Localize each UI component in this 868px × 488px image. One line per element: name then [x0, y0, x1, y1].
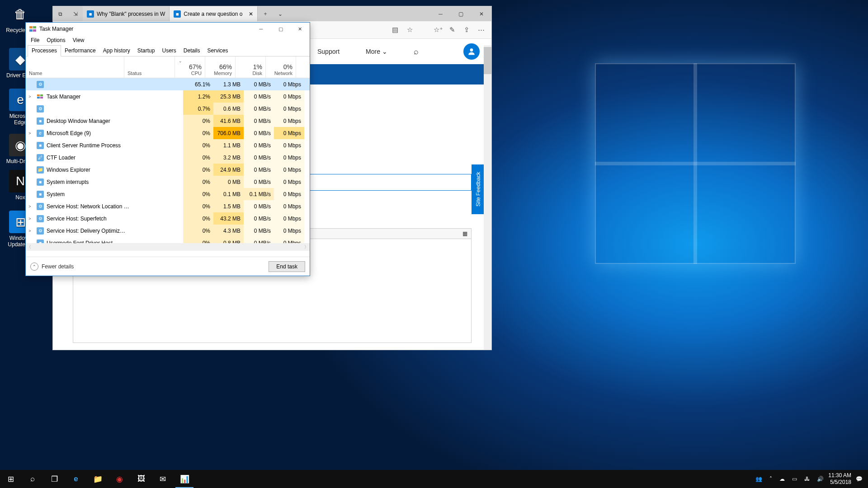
process-list[interactable]: ⚙65.1%1.3 MB0 MB/s0 Mbps>Task Manager1.2…: [26, 78, 310, 243]
notes-icon[interactable]: ✎: [448, 26, 456, 34]
process-icon: ⚙: [37, 215, 44, 222]
share-icon[interactable]: ⇪: [462, 26, 471, 34]
expand-chevron-icon[interactable]: >: [26, 94, 34, 99]
tab-services[interactable]: Services: [204, 46, 232, 56]
taskbar-taskmgr[interactable]: 📊: [174, 470, 195, 488]
action-center-icon[interactable]: 💬: [853, 476, 865, 482]
menu-options[interactable]: Options: [47, 37, 65, 43]
search-button[interactable]: ⌕: [22, 470, 43, 488]
horizontal-scrollbar[interactable]: 〈〉: [26, 243, 310, 251]
expand-chevron-icon[interactable]: >: [26, 216, 34, 221]
browser-tab[interactable]: ■Why "Blank" processes in W: [83, 6, 170, 21]
tm-titlebar[interactable]: Task Manager ─ ▢ ✕: [26, 23, 310, 35]
expand-chevron-icon[interactable]: >: [26, 131, 34, 136]
process-icon: ■: [37, 117, 44, 125]
account-avatar[interactable]: [463, 43, 480, 60]
process-row[interactable]: ■System interrupts0%0 MB0 MB/s0 Mbps: [26, 176, 310, 188]
more-icon[interactable]: ⋯: [477, 26, 485, 34]
process-icon: ⚙: [37, 105, 44, 113]
tab-menu-icon[interactable]: ⌄: [273, 6, 288, 21]
tab-startup[interactable]: Startup: [134, 46, 159, 56]
favicon-icon: ■: [87, 10, 94, 18]
process-row[interactable]: ■Desktop Window Manager0%41.6 MB0 MB/s0 …: [26, 115, 310, 127]
expand-chevron-icon[interactable]: >: [26, 229, 34, 233]
tab-users[interactable]: Users: [158, 46, 179, 56]
process-icon: ■: [37, 239, 44, 244]
taskbar-clock[interactable]: 11:30 AM5/5/2018: [828, 472, 851, 486]
svg-point-0: [470, 48, 473, 52]
task-manager-icon: [29, 26, 37, 32]
sort-indicator-icon: ⌄: [179, 59, 182, 63]
process-row[interactable]: 📁Windows Explorer0%24.9 MB0 MB/s0 Mbps: [26, 164, 310, 176]
process-row[interactable]: ■System0%0.1 MB0.1 MB/s0 Mbps: [26, 188, 310, 200]
chevron-up-icon: ⌃: [30, 263, 38, 271]
process-row[interactable]: ■Client Server Runtime Process0%1.1 MB0 …: [26, 139, 310, 151]
tab-details[interactable]: Details: [180, 46, 204, 56]
process-row[interactable]: ⚙0.7%0.6 MB0 MB/s0 Mbps: [26, 103, 310, 115]
battery-icon[interactable]: ▭: [789, 476, 800, 482]
taskbar-edge[interactable]: e: [65, 470, 87, 488]
task-view-button[interactable]: ❐: [43, 470, 65, 488]
process-row[interactable]: >⚙Service Host: Delivery Optimiz…0%4.3 M…: [26, 225, 310, 237]
taskbar-app1[interactable]: ◉: [108, 470, 130, 488]
browser-tab[interactable]: ■Create a new question o✕: [170, 6, 258, 21]
process-row[interactable]: >⚙Service Host: Network Location …0%1.5 …: [26, 200, 310, 212]
nav-support[interactable]: Support: [317, 48, 340, 55]
process-icon: 📁: [37, 166, 44, 174]
onedrive-icon[interactable]: ☁: [777, 476, 788, 482]
process-row[interactable]: ⚙65.1%1.3 MB0 MB/s0 Mbps: [26, 78, 310, 90]
edge-maximize-button[interactable]: ▢: [451, 6, 471, 21]
tab-performance[interactable]: Performance: [61, 46, 99, 56]
tabs-preview-icon[interactable]: ⇲: [68, 6, 83, 21]
tm-close-button[interactable]: ✕: [290, 23, 310, 35]
process-name: Service Host: Network Location …: [47, 203, 129, 210]
process-name: Task Manager: [47, 94, 80, 100]
tm-maximize-button[interactable]: ▢: [271, 23, 290, 35]
reading-view-icon[interactable]: ▤: [391, 26, 399, 34]
taskbar: ⊞ ⌕ ❐ e 📁 ◉ 🖼 ✉ 📊 👥 ˄ ☁ ▭ 🖧 🔊 11:30 AM5/…: [0, 470, 868, 488]
tab-app-history[interactable]: App history: [99, 46, 134, 56]
taskbar-app2[interactable]: 🖼: [130, 470, 152, 488]
process-name: Service Host: Delivery Optimiz…: [47, 228, 125, 234]
process-name: Client Server Runtime Process: [47, 142, 121, 149]
edge-tab-strip: ⧉ ⇲ ■Why "Blank" processes in W■Create a…: [53, 6, 491, 21]
tabs-aside-icon[interactable]: ⧉: [53, 6, 68, 21]
tm-column-headers[interactable]: ⌄ Name Status 67%CPU 66%Memory 1%Disk 0%…: [26, 56, 310, 78]
process-row[interactable]: >⚙Service Host: Superfetch0%43.2 MB0 MB/…: [26, 212, 310, 225]
process-row[interactable]: ■Usermode Font Driver Host0%0.8 MB0 MB/s…: [26, 237, 310, 243]
taskbar-mail[interactable]: ✉: [152, 470, 174, 488]
menu-view[interactable]: View: [73, 37, 85, 43]
site-feedback-tab[interactable]: Site Feedback: [472, 164, 485, 214]
edge-minimize-button[interactable]: ─: [430, 6, 451, 21]
network-icon[interactable]: 🖧: [802, 476, 812, 482]
process-row[interactable]: 🖊CTF Loader0%3.2 MB0 MB/s0 Mbps: [26, 151, 310, 164]
tray-chevron-icon[interactable]: ˄: [767, 476, 775, 482]
tm-minimize-button[interactable]: ─: [251, 23, 271, 35]
start-button[interactable]: ⊞: [0, 470, 22, 488]
end-task-button[interactable]: End task: [269, 261, 305, 272]
menu-file[interactable]: File: [31, 37, 39, 43]
edge-close-button[interactable]: ✕: [471, 6, 491, 21]
favorite-star-icon[interactable]: ☆: [406, 26, 414, 34]
process-name: Desktop Window Manager: [47, 118, 110, 124]
taskbar-explorer[interactable]: 📁: [87, 470, 108, 488]
process-icon: ⚙: [37, 81, 44, 88]
fewer-details-toggle[interactable]: ⌃ Fewer details: [30, 263, 74, 271]
expand-chevron-icon[interactable]: >: [26, 204, 34, 209]
volume-icon[interactable]: 🔊: [814, 476, 826, 482]
new-tab-button[interactable]: ＋: [258, 6, 273, 21]
process-icon: ■: [37, 142, 44, 149]
process-row[interactable]: >Task Manager1.2%25.3 MB0 MB/s0 Mbps: [26, 90, 310, 103]
search-icon[interactable]: ⌕: [414, 47, 419, 56]
tab-processes[interactable]: Processes: [28, 45, 61, 56]
edge-scrollbar[interactable]: [484, 45, 491, 350]
favicon-icon: ■: [174, 10, 181, 18]
close-tab-icon[interactable]: ✕: [249, 11, 253, 17]
people-icon[interactable]: 👥: [753, 476, 765, 482]
process-name: System: [47, 191, 65, 197]
chevron-down-icon: ⌄: [382, 48, 387, 55]
process-row[interactable]: >eMicrosoft Edge (9)0%706.0 MB0 MB/s0 Mb…: [26, 127, 310, 139]
process-name: Windows Explorer: [47, 167, 90, 173]
favorites-hub-icon[interactable]: ☆⁺: [434, 26, 442, 34]
nav-more[interactable]: More ⌄: [366, 48, 387, 55]
